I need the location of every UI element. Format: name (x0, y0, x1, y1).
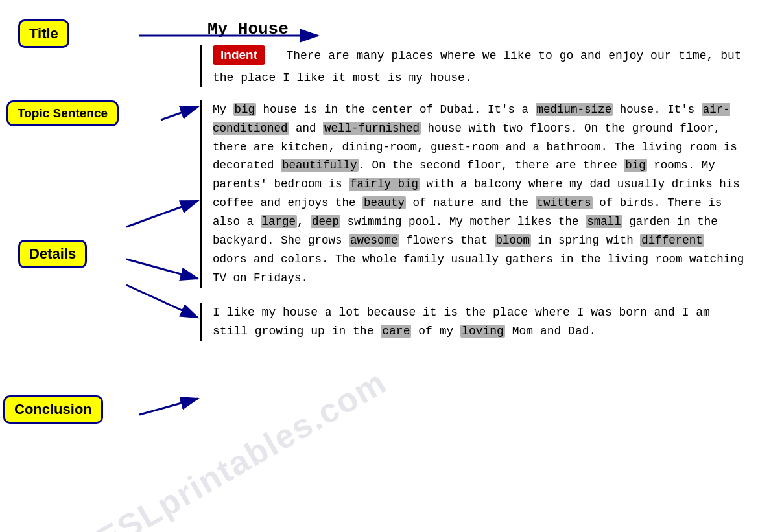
topic-sentence-label: Topic Sentence (6, 100, 119, 126)
hl-deep: deep (311, 215, 340, 228)
hl-medium-size: medium-size (536, 103, 613, 116)
hl-loving: loving (460, 325, 505, 338)
indent-label: Indent (213, 45, 265, 65)
hl-big1: big (233, 103, 257, 116)
hl-well-furnished: well-furnished (323, 122, 421, 135)
svg-line-3 (126, 259, 198, 279)
hl-large: large (261, 215, 298, 228)
hl-different: different (640, 234, 704, 247)
hl-air-conditioned: air-conditioned (213, 103, 730, 135)
topic-text: There are many places where we like to g… (213, 49, 742, 84)
title-label: Title (18, 19, 69, 48)
details-label: Details (18, 240, 87, 268)
hl-beauty: beauty (362, 196, 406, 209)
hl-awesome: awesome (349, 234, 399, 247)
conclusion-label: Conclusion (3, 395, 103, 424)
hl-twitters: twitters (536, 196, 593, 209)
title-line: My House (200, 19, 744, 39)
svg-line-1 (161, 107, 198, 120)
hl-bloom: bloom (495, 234, 532, 247)
svg-line-4 (126, 285, 198, 318)
conclusion-text: I like my house a lot because it is the … (213, 303, 744, 341)
page: ESLprintables.com Title Topic Sentence D… (0, 0, 758, 532)
hl-fairly-big: fairly big (349, 178, 420, 191)
details-text: My big house is in the center of Dubai. … (213, 100, 744, 288)
content-area: My House Indent There are many places wh… (200, 19, 744, 341)
svg-line-2 (126, 201, 198, 227)
hl-care: care (381, 325, 411, 338)
watermark: ESLprintables.com (90, 362, 393, 532)
conclusion-section: I like my house a lot because it is the … (200, 303, 744, 341)
hl-beautifully: beautifully (281, 159, 359, 172)
title-text: My House (207, 19, 289, 39)
details-section: My big house is in the center of Dubai. … (200, 100, 744, 288)
svg-line-5 (139, 399, 198, 415)
hl-big2: big (624, 159, 647, 172)
hl-small: small (586, 215, 622, 228)
topic-section: Indent There are many places where we li… (200, 45, 744, 87)
